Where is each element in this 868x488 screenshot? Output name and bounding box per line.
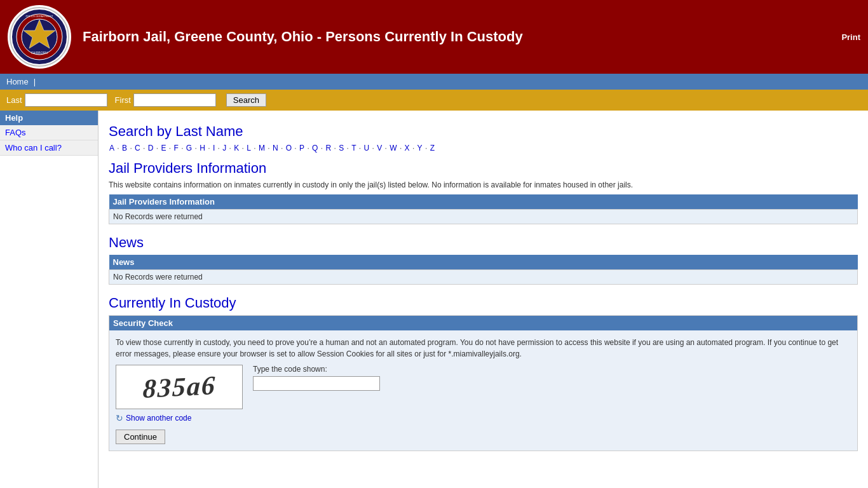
security-description: To view those currently in custody, you … bbox=[116, 337, 851, 360]
page-title: Fairborn Jail, Greene County, Ohio - Per… bbox=[83, 29, 523, 45]
alpha-separator: · bbox=[370, 144, 376, 152]
search-section-title: Search by Last Name bbox=[109, 123, 858, 140]
last-label: Last bbox=[6, 95, 22, 105]
captcha-area: 835a6 ↻ Show another code Continue Type … bbox=[116, 365, 851, 444]
refresh-area: ↻ Show another code bbox=[116, 413, 243, 423]
alpha-separator: · bbox=[115, 144, 121, 152]
alpha-link-z[interactable]: Z bbox=[430, 144, 435, 152]
jail-providers-table-header: Jail Providers Information bbox=[109, 194, 858, 210]
alpha-link-u[interactable]: U bbox=[364, 144, 370, 152]
alpha-link-w[interactable]: W bbox=[390, 144, 397, 152]
news-table-header: News bbox=[109, 255, 858, 270]
search-button[interactable]: Search bbox=[226, 93, 266, 107]
alpha-link-c[interactable]: C bbox=[135, 144, 140, 152]
jail-providers-table: Jail Providers Information No Records we… bbox=[109, 194, 858, 224]
custody-title: Currently In Custody bbox=[109, 295, 858, 311]
security-check-section: Security Check To view those currently i… bbox=[109, 315, 858, 451]
captcha-input[interactable] bbox=[253, 376, 380, 391]
alpha-link-x[interactable]: X bbox=[405, 144, 410, 152]
alpha-separator: · bbox=[279, 144, 285, 152]
alpha-separator: · bbox=[252, 144, 258, 152]
alpha-separator: · bbox=[410, 144, 417, 152]
security-header: Security Check bbox=[109, 316, 857, 330]
alpha-link-d[interactable]: D bbox=[148, 144, 154, 152]
alpha-link-n[interactable]: N bbox=[273, 144, 278, 152]
news-empty-row: No Records were returned bbox=[109, 270, 858, 285]
alpha-separator: · bbox=[227, 144, 233, 152]
security-body: To view those currently in custody, you … bbox=[109, 330, 857, 451]
alpha-separator: · bbox=[305, 144, 311, 152]
alpha-link-p[interactable]: P bbox=[299, 144, 304, 152]
page-header: FAIRBORN POLICE DEPARTMENT Fairborn Jail… bbox=[0, 0, 868, 74]
captcha-input-area: Type the code shown: bbox=[253, 365, 380, 391]
alpha-separator: · bbox=[166, 144, 173, 152]
who-link[interactable]: Who can I call? bbox=[5, 143, 62, 152]
jail-providers-description: This website contains information on inm… bbox=[109, 180, 858, 189]
alpha-separator: · bbox=[128, 144, 134, 152]
jail-providers-title: Jail Providers Information bbox=[109, 160, 858, 177]
last-name-input[interactable] bbox=[25, 93, 107, 107]
alpha-separator: · bbox=[215, 144, 222, 152]
first-name-input[interactable] bbox=[133, 93, 216, 107]
alpha-separator: · bbox=[332, 144, 338, 152]
refresh-icon: ↻ bbox=[116, 413, 123, 423]
alpha-links: A · B · C · D · E · F · G · H · I · J · … bbox=[109, 144, 858, 152]
alpha-link-s[interactable]: S bbox=[339, 144, 344, 152]
alpha-separator: · bbox=[398, 144, 404, 152]
alpha-link-h[interactable]: H bbox=[200, 144, 205, 152]
alpha-link-m[interactable]: M bbox=[259, 144, 265, 152]
alpha-link-v[interactable]: V bbox=[377, 144, 382, 152]
alpha-link-r[interactable]: R bbox=[325, 144, 331, 152]
alpha-separator: · bbox=[206, 144, 212, 152]
svg-text:FAIRBORN: FAIRBORN bbox=[31, 51, 48, 55]
alpha-separator: · bbox=[318, 144, 325, 152]
news-title: News bbox=[109, 234, 858, 251]
alpha-separator: · bbox=[383, 144, 389, 152]
logo: FAIRBORN POLICE DEPARTMENT bbox=[8, 5, 71, 69]
captcha-image: 835a6 bbox=[116, 365, 243, 409]
nav-separator: | bbox=[34, 77, 36, 86]
alpha-link-l[interactable]: L bbox=[247, 144, 251, 152]
jail-providers-empty-row: No Records were returned bbox=[109, 210, 858, 224]
first-label: First bbox=[115, 95, 131, 105]
alpha-link-t[interactable]: T bbox=[351, 144, 356, 152]
continue-button[interactable]: Continue bbox=[116, 430, 165, 444]
faqs-link[interactable]: FAQs bbox=[5, 128, 26, 137]
print-link[interactable]: Print bbox=[841, 32, 860, 42]
sidebar-help-heading: Help bbox=[0, 111, 98, 125]
alpha-link-a[interactable]: A bbox=[109, 144, 114, 152]
captcha-text: 835a6 bbox=[142, 370, 216, 404]
alpha-link-e[interactable]: E bbox=[161, 144, 166, 152]
alpha-separator: · bbox=[154, 144, 160, 152]
svg-text:POLICE DEPARTMENT: POLICE DEPARTMENT bbox=[26, 15, 54, 18]
alpha-separator: · bbox=[266, 144, 272, 152]
alpha-separator: · bbox=[423, 144, 430, 152]
searchbar: Last First Search bbox=[0, 90, 868, 111]
show-another-code-link[interactable]: Show another code bbox=[126, 414, 191, 423]
alpha-separator: · bbox=[344, 144, 351, 152]
navbar: Home | bbox=[0, 74, 868, 90]
alpha-link-j[interactable]: J bbox=[222, 144, 226, 152]
alpha-separator: · bbox=[141, 144, 147, 152]
alpha-link-k[interactable]: K bbox=[234, 144, 239, 152]
captcha-type-label: Type the code shown: bbox=[253, 365, 380, 374]
alpha-separator: · bbox=[357, 144, 363, 152]
news-table: News No Records were returned bbox=[109, 255, 858, 285]
alpha-link-f[interactable]: F bbox=[173, 144, 178, 152]
alpha-link-q[interactable]: Q bbox=[312, 144, 318, 152]
layout: Help FAQs Who can I call? Search by Last… bbox=[0, 111, 868, 488]
alpha-separator: · bbox=[292, 144, 299, 152]
alpha-link-g[interactable]: G bbox=[186, 144, 192, 152]
alpha-link-y[interactable]: Y bbox=[417, 144, 423, 152]
sidebar-item-who[interactable]: Who can I call? bbox=[0, 140, 98, 156]
alpha-link-i[interactable]: I bbox=[213, 144, 215, 152]
alpha-link-o[interactable]: O bbox=[286, 144, 292, 152]
alpha-link-b[interactable]: B bbox=[122, 144, 127, 152]
sidebar-item-faqs[interactable]: FAQs bbox=[0, 125, 98, 140]
main-content: Search by Last Name A · B · C · D · E · … bbox=[98, 111, 868, 468]
alpha-separator: · bbox=[179, 144, 186, 152]
sidebar: Help FAQs Who can I call? bbox=[0, 111, 98, 488]
alpha-separator: · bbox=[193, 144, 199, 152]
alpha-separator: · bbox=[240, 144, 246, 152]
home-link[interactable]: Home bbox=[6, 77, 29, 86]
